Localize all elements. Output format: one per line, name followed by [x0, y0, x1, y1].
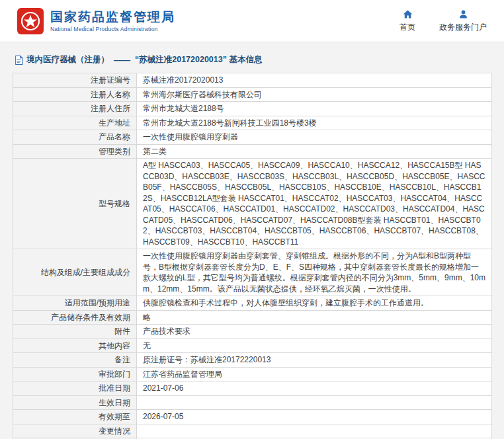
field-label: 产品储存条件及有效期 [13, 310, 137, 325]
field-value: 产品技术要求 [137, 325, 492, 339]
user-icon [458, 9, 468, 19]
field-value [137, 424, 492, 438]
table-row: 批准日期 2021-07-06 [13, 381, 492, 396]
field-label: 批准日期 [13, 381, 137, 396]
field-label: 注册人名称 [13, 87, 137, 102]
table-row: 型号规格 A型 HASCCA03、HASCCA05、HASCCA09、HASCC… [13, 159, 492, 249]
table-row: 有效期至 2026-07-05 [13, 410, 492, 424]
main-content: 境内医疗器械（注册） —— “苏械注准20172020013” 基本信息 注册证… [0, 42, 504, 439]
field-value: 无 [137, 339, 492, 353]
field-value: 2026-07-05 [137, 410, 492, 424]
field-value: 供腹腔镜检查和手术过程中，对人体腹壁组织穿刺，建立腹腔手术的工作通道用。 [137, 296, 492, 311]
table-row: 结构及组成/主要组成成分 一次性使用腹腔镜用穿刺器由穿刺套管、穿刺锥组成。根据外… [13, 249, 492, 296]
site-title: 国家药品监督管理局 [50, 10, 175, 24]
breadcrumb-section: 境内医疗器械（注册） [26, 54, 109, 65]
table-row: 管理类别 第二类 [13, 144, 492, 159]
field-value: 一次性使用腹腔镜用穿刺器 [137, 130, 492, 145]
field-label: 产品名称 [13, 130, 137, 145]
breadcrumb-current: “苏械注准20172020013” 基本信息 [135, 54, 262, 65]
field-label: 注册证编号 [13, 73, 137, 88]
field-value: 江苏省药品监督管理局 [137, 367, 492, 381]
nav-home[interactable]: 首页 [399, 9, 415, 33]
site-subtitle: National Medical Products Administration [50, 26, 175, 32]
table-row: 注册证编号 苏械注准20172020013 [13, 73, 492, 88]
field-label: 有效期至 [13, 410, 137, 424]
site-header: 国家药品监督管理局 National Medical Products Admi… [0, 0, 504, 42]
table-row: 产品名称 一次性使用腹腔镜用穿刺器 [13, 130, 492, 145]
nmpa-logo [17, 8, 44, 34]
registration-info-table: 注册证编号 苏械注准20172020013 注册人名称 常州海尔斯医疗器械科技有… [13, 73, 492, 439]
document-icon [15, 56, 23, 65]
header-nav: 首页 政务服务门户 [399, 9, 491, 33]
field-label: 注册人住所 [13, 102, 137, 116]
table-row: 注册人名称 常州海尔斯医疗器械科技有限公司 [13, 87, 492, 102]
field-value: 一次性使用腹腔镜用穿刺器由穿刺套管、穿刺锥组成。根据外形的不同，分为A型和B型两… [137, 249, 492, 296]
table-row: 生产地址 常州市龙城大道2188号新闸科技工业园18号楼3楼 [13, 116, 492, 130]
breadcrumb-separator: —— [114, 56, 130, 65]
field-label: 备注 [13, 353, 137, 368]
home-icon [403, 9, 413, 19]
field-value [137, 395, 492, 410]
field-label: 型号规格 [13, 159, 137, 249]
field-value: 原注册证号：苏械注准20172220013 [137, 353, 492, 368]
field-label: 管理类别 [13, 144, 137, 159]
field-value: A型 HASCCA03、HASCCA05、HASCCA09、HASCCA10、H… [137, 159, 492, 249]
nav-home-label: 首页 [399, 22, 415, 33]
field-value: 第二类 [137, 144, 492, 159]
field-label: 生产地址 [13, 116, 137, 130]
field-label: 其他内容 [13, 339, 137, 353]
field-label: 结构及组成/主要组成成分 [13, 249, 137, 296]
field-value: 常州市龙城大道2188号新闸科技工业园18号楼3楼 [137, 116, 492, 130]
table-row: 变更情况 [13, 424, 492, 438]
field-label: 审批部门 [13, 367, 137, 381]
nav-gov-portal[interactable]: 政务服务门户 [439, 9, 487, 33]
field-label: 生效日期 [13, 395, 137, 410]
table-row: 注册人住所 常州市龙城大道2188号 [13, 102, 492, 116]
field-value: 略 [137, 310, 492, 325]
site-title-block: 国家药品监督管理局 National Medical Products Admi… [50, 10, 175, 32]
field-label: 适用范围/预期用途 [13, 296, 137, 311]
table-row: 适用范围/预期用途 供腹腔镜检查和手术过程中，对人体腹壁组织穿刺，建立腹腔手术的… [13, 296, 492, 311]
breadcrumb: 境内医疗器械（注册） —— “苏械注准20172020013” 基本信息 [15, 54, 492, 65]
field-value: 常州海尔斯医疗器械科技有限公司 [137, 87, 492, 102]
table-row: 产品储存条件及有效期 略 [13, 310, 492, 325]
table-row: 其他内容 无 [13, 339, 492, 353]
table-row: 生效日期 [13, 395, 492, 410]
table-row: 附件 产品技术要求 [13, 325, 492, 339]
nav-gov-portal-label: 政务服务门户 [439, 22, 487, 33]
field-label: 变更情况 [13, 424, 137, 438]
field-value: 2021-07-06 [137, 381, 492, 396]
table-row: 备注 原注册证号：苏械注准20172220013 [13, 353, 492, 368]
field-label: 附件 [13, 325, 137, 339]
field-value: 苏械注准20172020013 [137, 73, 492, 88]
field-value: 常州市龙城大道2188号 [137, 102, 492, 116]
table-row: 审批部门 江苏省药品监督管理局 [13, 367, 492, 381]
